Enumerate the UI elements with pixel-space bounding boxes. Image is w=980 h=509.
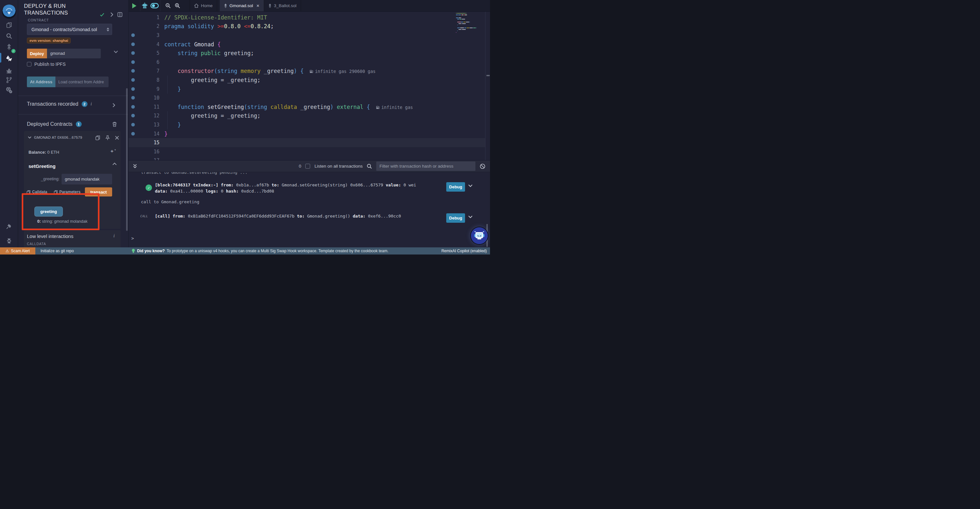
low-level-title: Low level interactions xyxy=(27,233,73,239)
expand-terminal-icon[interactable] xyxy=(132,164,137,169)
compile-success-badge: ✓ xyxy=(11,49,16,53)
code-line-16: 16 xyxy=(129,147,485,156)
contract-select-value: Gmonad - contracts/Gmonad.sol xyxy=(32,27,97,32)
code-line-6: 6 xyxy=(129,58,485,67)
publish-ipfs-checkbox[interactable] xyxy=(27,62,32,67)
collapse-function-icon[interactable] xyxy=(111,161,117,167)
terminal-log-entry: call to Gmonad.greeting xyxy=(141,199,199,204)
code-line-15: 15 xyxy=(129,138,485,147)
deploy-expand-icon[interactable] xyxy=(114,51,118,53)
greeting-param-input[interactable] xyxy=(62,174,112,185)
terminal-content[interactable]: transact to Gmonad.setGreeting pending .… xyxy=(129,172,490,247)
terminal-tx-line: data: 0xa41...00000 logs: 0 hash: 0xdcd.… xyxy=(155,188,274,194)
deploy-and-run-icon[interactable] xyxy=(4,54,14,64)
copy-address-icon[interactable] xyxy=(95,135,100,141)
tab-gmonad-sol[interactable]: Gmonad.sol ✕ xyxy=(220,0,264,11)
terminal-filter-input[interactable] xyxy=(376,161,476,171)
divider xyxy=(18,114,128,115)
at-address-input[interactable] xyxy=(56,77,108,87)
close-tab-icon[interactable]: ✕ xyxy=(256,3,259,8)
activity-bar: ✓ xyxy=(0,0,18,247)
terminal-panel: 0 Listen on all transactions transact to… xyxy=(128,160,490,247)
contract-select[interactable]: Gmonad - contracts/Gmonad.sol xyxy=(27,24,112,35)
trash-icon[interactable] xyxy=(111,121,117,127)
terminal-prompt[interactable]: > xyxy=(131,236,134,241)
contract-card-header[interactable]: GMONAD AT 0X606...67579 xyxy=(28,136,83,139)
transactions-count-badge: 2 xyxy=(82,101,88,107)
terminal-search-icon xyxy=(367,164,372,169)
deploy-button[interactable]: Deploy xyxy=(27,49,47,58)
at-address-button[interactable]: At Address xyxy=(27,77,56,87)
transactions-recorded-row: Transactions recorded 2 i xyxy=(27,101,92,107)
balance-value: 0 ETH xyxy=(47,150,59,155)
run-script-button[interactable] xyxy=(129,0,140,11)
copilot-status-label[interactable]: RemixAI Copilot (enabled) xyxy=(441,247,487,254)
file-explorer-icon[interactable] xyxy=(4,20,14,30)
code-content[interactable]: 1// SPDX-License-Identifier: MIT2pragma … xyxy=(129,12,490,160)
deployed-contracts-row: Deployed Contracts 1 xyxy=(27,121,82,127)
editor-minimap[interactable] xyxy=(456,13,484,159)
debug-button[interactable]: Debug xyxy=(446,213,465,223)
code-line-1: 1// SPDX-License-Identifier: MIT xyxy=(129,13,485,22)
active-plugin-indicator xyxy=(0,53,1,62)
ai-toggle-icon[interactable] xyxy=(150,3,159,8)
warning-icon: ⚠ xyxy=(5,249,9,253)
call-tag-label: CALL xyxy=(140,215,148,218)
pin-contract-icon[interactable] xyxy=(105,135,110,141)
init-git-button[interactable]: Initialize as git repo xyxy=(40,247,74,254)
overview-ruler xyxy=(485,12,490,160)
copy-calldata-button[interactable]: Calldata xyxy=(27,190,47,194)
play-icon xyxy=(132,3,137,8)
ai-toolbar xyxy=(140,0,161,11)
copy-parameters-button[interactable]: Parameters xyxy=(54,190,80,194)
pin-panel-icon[interactable] xyxy=(117,12,123,18)
publish-ipfs-label: Publish to IPFS xyxy=(34,62,66,67)
close-contract-icon[interactable] xyxy=(114,135,120,141)
transactions-expand-icon[interactable] xyxy=(111,102,117,108)
solidity-file-icon xyxy=(268,3,272,8)
settings-gear-icon[interactable] xyxy=(4,236,14,246)
tab-home[interactable]: Home xyxy=(189,0,217,11)
panel-forward-icon[interactable] xyxy=(108,12,115,18)
listen-all-checkbox[interactable] xyxy=(305,164,310,169)
ai-copilot-avatar[interactable] xyxy=(471,227,488,244)
code-line-3: 3 xyxy=(129,31,485,40)
contract-label: CONTRACT xyxy=(28,18,49,22)
clear-console-icon[interactable] xyxy=(480,163,485,169)
zoom-in-icon[interactable] xyxy=(175,3,180,8)
zoom-out-icon[interactable] xyxy=(165,3,171,8)
terminal-pending-log: transact to Gmonad.setGreeting pending .… xyxy=(141,172,248,175)
greeting-call-result: 0: string: gmonad molandak xyxy=(37,219,88,224)
tab-ballot-sol[interactable]: 3_Ballot.sol xyxy=(264,0,301,11)
code-editor: Home Gmonad.sol ✕ 3_Ballot.sol 1// SPDX-… xyxy=(128,0,490,160)
deploy-args-input[interactable] xyxy=(47,49,101,58)
home-icon xyxy=(194,3,199,8)
scam-alert-button[interactable]: ⚠ Scam Alert xyxy=(0,247,35,254)
panel-scrollbar[interactable] xyxy=(126,88,128,231)
copy-icon xyxy=(27,190,30,194)
plug-icon[interactable] xyxy=(4,222,14,231)
code-line-17: 17 xyxy=(129,156,485,160)
param-label: _greeting: xyxy=(29,176,60,181)
did-you-know-tip: Did you know? To prototype on a uniswap … xyxy=(132,247,388,254)
solidity-compiler-icon[interactable]: ✓ xyxy=(4,42,14,52)
publish-ipfs-row: Publish to IPFS xyxy=(27,62,66,67)
code-line-9: 9 } xyxy=(129,85,485,94)
debugger-icon[interactable] xyxy=(4,66,14,76)
expand-tx-icon[interactable] xyxy=(468,185,473,187)
deploy-run-panel: DEPLOY & RUNTRANSACTIONS CONTRACT Gmonad… xyxy=(18,0,128,247)
calldata-label: CALLDATA xyxy=(27,242,46,246)
remix-logo-icon[interactable] xyxy=(2,5,16,19)
greeting-call-button[interactable]: greeting xyxy=(34,206,63,217)
debug-button[interactable]: Debug xyxy=(446,182,465,191)
git-icon[interactable] xyxy=(4,75,14,85)
panel-title: DEPLOY & RUNTRANSACTIONS xyxy=(24,3,92,16)
expand-tx-icon[interactable] xyxy=(468,215,473,218)
search-icon[interactable] xyxy=(4,31,14,41)
ai-sparkles-icon[interactable]: ✦✦ xyxy=(110,148,116,154)
plugin-manager-icon[interactable] xyxy=(4,86,14,95)
transact-button[interactable]: transact xyxy=(85,187,112,196)
ai-robot-icon[interactable] xyxy=(142,3,148,9)
balance-label: Balance: xyxy=(29,150,46,155)
select-arrows-icon xyxy=(107,27,109,32)
